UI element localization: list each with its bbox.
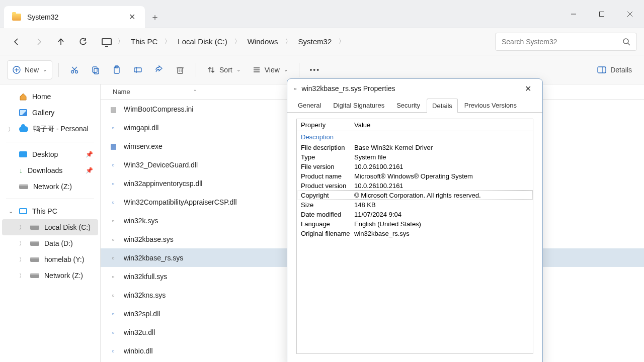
dialog-close-button[interactable]: ✕ (521, 82, 535, 96)
chevron-icon[interactable]: 〉 (232, 37, 243, 46)
sort-button[interactable]: Sort ⌄ (202, 60, 246, 79)
property-row[interactable]: Size148 KB (297, 200, 533, 210)
column-name[interactable]: Name (113, 88, 130, 96)
property-key: Copyright (301, 192, 354, 199)
property-value: 11/07/2024 9:04 (354, 211, 529, 218)
file-name: win32kns.sys (124, 291, 166, 299)
new-tab-button[interactable]: ＋ (145, 11, 165, 23)
svg-rect-19 (178, 68, 183, 73)
property-key: Original filename (301, 230, 354, 237)
sidebar-item-downloads[interactable]: ↓Downloads📌 (2, 162, 98, 178)
minimize-button[interactable] (559, 4, 588, 24)
property-row[interactable]: Copyright© Microsoft Corporation. All ri… (297, 191, 533, 200)
onedrive-icon (19, 126, 28, 132)
pin-icon: 📌 (86, 151, 93, 158)
dialog-tab[interactable]: General (292, 98, 327, 112)
cut-button[interactable] (65, 60, 84, 79)
drive-icon (30, 241, 39, 246)
property-key: Language (301, 220, 354, 228)
sort-asc-icon: ˄ (194, 89, 196, 95)
file-name: win32appinventorycsp.dll (124, 179, 202, 188)
chevron-icon[interactable]: 〉 (337, 37, 347, 46)
chevron-icon[interactable]: 〉 (116, 37, 126, 46)
navigation-bar: 〉 This PC 〉 Local Disk (C:) 〉 Windows 〉 … (0, 28, 644, 55)
file-name: wimserv.exe (124, 142, 163, 150)
back-button[interactable] (7, 32, 26, 51)
sidebar-item-data-d[interactable]: 〉Data (D:) (2, 235, 98, 251)
drive-icon (19, 184, 28, 189)
tab-close-button[interactable]: ✕ (127, 12, 137, 22)
chevron-icon[interactable]: 〉 (283, 37, 293, 46)
search-input[interactable] (502, 38, 617, 46)
file-name: wimgapi.dll (124, 124, 158, 132)
svg-point-10 (75, 70, 78, 73)
rename-button[interactable] (128, 60, 147, 79)
dialog-title: win32kbase_rs.sys Properties (302, 84, 395, 93)
window-controls (559, 4, 644, 24)
property-row[interactable]: File version10.0.26100.2161 (297, 162, 533, 171)
new-button[interactable]: New ⌄ (7, 60, 52, 79)
property-row[interactable]: Product version10.0.26100.2161 (297, 181, 533, 191)
property-row[interactable]: TypeSystem file (297, 152, 533, 162)
dialog-tab[interactable]: Previous Versions (459, 98, 522, 112)
file-name: Win32_DeviceGuard.dll (124, 161, 198, 169)
chevron-icon[interactable]: 〉 (163, 37, 173, 46)
view-button[interactable]: View ⌄ (248, 60, 293, 79)
properties-section: Description (297, 131, 533, 143)
details-pane-button[interactable]: Details (592, 66, 637, 74)
sidebar-item-network-z[interactable]: 〉Network (Z:) (2, 267, 98, 284)
sidebar-item-personal[interactable]: 〉鸭子哥 - Personal (2, 121, 98, 138)
property-key: Size (301, 201, 354, 209)
property-value: Base Win32k Kernel Driver (354, 144, 529, 151)
properties-dialog: ▫ win32kbase_rs.sys Properties ✕ General… (287, 78, 543, 362)
copy-button[interactable] (86, 60, 105, 79)
file-icon: ▫ (109, 179, 118, 188)
crumb-windows[interactable]: Windows (245, 35, 281, 48)
sidebar-item-home[interactable]: Home (2, 88, 98, 105)
file-name: win32kfull.sys (124, 273, 167, 281)
dialog-tab[interactable]: Digital Signatures (328, 98, 390, 112)
breadcrumb: 〉 This PC 〉 Local Disk (C:) 〉 Windows 〉 … (102, 35, 492, 48)
file-icon: ▫ (109, 253, 118, 262)
sidebar-item-thispc[interactable]: ⌄This PC (2, 203, 98, 219)
properties-list[interactable]: Property Value Description File descript… (296, 119, 533, 354)
crumb-thispc[interactable]: This PC (128, 35, 160, 48)
sidebar-item-networkz[interactable]: Network (Z:) (2, 178, 98, 195)
new-label: New (25, 66, 39, 74)
window-tab[interactable]: System32 ✕ (4, 6, 145, 28)
maximize-button[interactable] (588, 4, 616, 24)
sidebar: Home Gallery 〉鸭子哥 - Personal Desktop📌 ↓D… (0, 84, 101, 362)
property-row[interactable]: LanguageEnglish (United States) (297, 219, 533, 229)
paste-button[interactable] (107, 60, 126, 79)
up-button[interactable] (51, 32, 70, 51)
sidebar-item-gallery[interactable]: Gallery (2, 105, 98, 121)
drive-icon (30, 273, 39, 278)
crumb-c[interactable]: Local Disk (C:) (175, 35, 230, 48)
sidebar-item-homelab-y[interactable]: 〉homelab (Y:) (2, 251, 98, 267)
forward-button[interactable] (29, 32, 48, 51)
dialog-titlebar[interactable]: ▫ win32kbase_rs.sys Properties ✕ (287, 79, 542, 98)
refresh-button[interactable] (73, 32, 93, 51)
svg-rect-26 (598, 67, 606, 73)
close-button[interactable] (616, 4, 644, 24)
folder-icon (12, 14, 21, 21)
property-row[interactable]: Original filenamewin32kbase_rs.sys (297, 229, 533, 238)
property-key: Product name (301, 172, 354, 180)
dialog-tab[interactable]: Details (427, 99, 458, 113)
property-row[interactable]: File descriptionBase Win32k Kernel Drive… (297, 143, 533, 152)
dialog-tab[interactable]: Security (391, 98, 426, 112)
property-row[interactable]: Date modified11/07/2024 9:04 (297, 210, 533, 219)
crumb-system32[interactable]: System32 (295, 35, 335, 48)
svg-rect-1 (600, 12, 604, 16)
delete-button[interactable] (171, 60, 190, 79)
sidebar-item-local-c[interactable]: 〉Local Disk (C:) (2, 219, 98, 235)
property-key: Product version (301, 182, 354, 190)
sidebar-item-desktop[interactable]: Desktop📌 (2, 146, 98, 162)
share-button[interactable] (149, 60, 169, 79)
search-box[interactable] (495, 33, 637, 51)
more-button[interactable]: ••• (305, 60, 325, 79)
svg-line-5 (628, 43, 630, 45)
desktop-icon (19, 151, 27, 157)
property-value: 10.0.26100.2161 (354, 182, 529, 190)
property-row[interactable]: Product nameMicrosoft® Windows® Operatin… (297, 171, 533, 181)
